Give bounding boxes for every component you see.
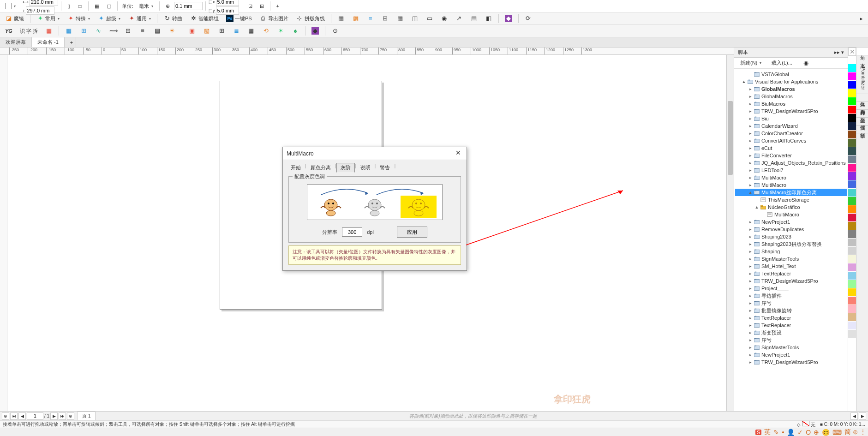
- dialog-tab-灰阶[interactable]: 灰阶: [336, 163, 355, 173]
- tree-node[interactable]: ▸SignMasterTools: [735, 344, 847, 351]
- t2d[interactable]: ⊞: [378, 13, 392, 24]
- color-swatch[interactable]: [848, 122, 856, 131]
- color-swatch[interactable]: [848, 131, 856, 139]
- nav-end-r[interactable]: ▶: [859, 412, 866, 420]
- tree-node[interactable]: ▸NewProject1: [735, 351, 847, 358]
- dialog-titlebar[interactable]: MultiMacro ✕: [283, 147, 467, 160]
- color-swatch[interactable]: [848, 313, 856, 322]
- tree-node[interactable]: ▸Shaping: [735, 248, 847, 255]
- ime-i3[interactable]: 👤: [787, 429, 795, 436]
- landscape-button[interactable]: ▭: [74, 1, 85, 11]
- ime-i1[interactable]: ✎: [773, 429, 779, 436]
- color-swatch[interactable]: [848, 64, 856, 72]
- overflow-button[interactable]: ▸: [857, 13, 866, 24]
- color-swatch[interactable]: [848, 81, 856, 89]
- t3l[interactable]: ⊞: [215, 26, 228, 36]
- t3o[interactable]: ⟲: [259, 26, 273, 36]
- color-swatch[interactable]: [848, 239, 856, 247]
- tree-node[interactable]: ▸GlobalMacros: [735, 85, 847, 93]
- nav-prev[interactable]: ◀: [18, 412, 26, 420]
- tree-node[interactable]: ▲Visual Basic for Applications: [735, 78, 847, 85]
- special-button[interactable]: ✦特殊▾: [64, 13, 93, 24]
- color-swatch[interactable]: [848, 222, 856, 230]
- color-swatch[interactable]: [848, 164, 856, 172]
- tree-node[interactable]: ▸MultiMacro: [735, 181, 847, 189]
- script-new-button[interactable]: 新建(N)▾: [737, 58, 765, 68]
- color-swatch[interactable]: [848, 72, 856, 81]
- nav-next-all[interactable]: ⏭: [59, 412, 66, 420]
- t3p[interactable]: ✶: [274, 26, 287, 36]
- one-key-ps-button[interactable]: Ps一键PS: [223, 13, 255, 24]
- nav-next[interactable]: ▶: [50, 412, 58, 420]
- resolution-input[interactable]: [342, 227, 362, 237]
- tree-node[interactable]: ▸MultiMacro: [735, 174, 847, 181]
- tree-node[interactable]: ▸TRW_DesignWizard5Pro: [735, 108, 847, 115]
- ime-i4[interactable]: ✓: [797, 429, 803, 436]
- ime-extra[interactable]: 简 ⊕ ⋮: [844, 428, 866, 436]
- t3g[interactable]: ≡: [136, 26, 150, 36]
- convert-curves-button[interactable]: ↻转曲: [160, 13, 186, 24]
- t3s[interactable]: ⊙: [328, 26, 342, 36]
- tree-node[interactable]: ▸SignMasterTools: [735, 255, 847, 263]
- yg-button[interactable]: YG: [2, 26, 16, 36]
- tree-node[interactable]: ▸序号: [735, 299, 847, 307]
- t3h[interactable]: ▤: [150, 26, 164, 36]
- ime-i5[interactable]: Ο: [806, 429, 811, 436]
- color-swatch[interactable]: [848, 247, 856, 255]
- t2h[interactable]: ◉: [437, 13, 451, 24]
- ime-i2[interactable]: •: [782, 429, 784, 436]
- tree-node[interactable]: ▲MultiMacro丝印颜色分离: [735, 189, 847, 196]
- general-button[interactable]: ✦通用▾: [125, 13, 154, 24]
- color-swatch[interactable]: [848, 330, 856, 338]
- tree-node[interactable]: ▸RemoveDuplicates: [735, 226, 847, 233]
- t3a[interactable]: ▦: [42, 26, 56, 36]
- smart-group-button[interactable]: ✲智能群组: [186, 13, 222, 24]
- nudge-input[interactable]: [174, 2, 203, 10]
- tree-node[interactable]: ▸渐变预设: [735, 329, 847, 336]
- nav-end-l[interactable]: ◀: [850, 412, 858, 420]
- t2j[interactable]: ▤: [467, 13, 481, 24]
- tree-node[interactable]: ▸CalendarWizard: [735, 122, 847, 130]
- t3i[interactable]: ☀: [165, 26, 179, 36]
- ime-i6[interactable]: ⊕: [814, 429, 819, 436]
- nav-first[interactable]: ⊕: [2, 412, 9, 420]
- tile-angle-button[interactable]: ⊹拼版角线: [293, 13, 328, 24]
- add-button[interactable]: +: [273, 1, 282, 11]
- ruler-vertical[interactable]: [0, 55, 7, 423]
- t2c[interactable]: ≡: [364, 13, 377, 24]
- docker-tab-6[interactable]: 属性: [856, 118, 868, 125]
- tree-node[interactable]: ▲NúcleoGráfico: [735, 203, 847, 211]
- docker-tab-3[interactable]: 媒体: [856, 94, 868, 102]
- t3m[interactable]: ≣: [229, 26, 243, 36]
- color-swatch[interactable]: [848, 322, 856, 330]
- tree-node[interactable]: ▸GlobalMacros: [735, 93, 847, 100]
- options-button[interactable]: ⊞: [257, 1, 267, 11]
- ime-lang[interactable]: 英: [764, 428, 771, 436]
- color-swatch[interactable]: [848, 89, 856, 97]
- color-palette[interactable]: ✕: [848, 48, 856, 433]
- color-swatch[interactable]: [848, 56, 856, 64]
- color-swatch[interactable]: [848, 189, 856, 197]
- color-swatch[interactable]: [848, 114, 856, 122]
- color-swatch[interactable]: [848, 263, 856, 272]
- t3b[interactable]: ▦: [62, 26, 76, 36]
- t3j[interactable]: ▣: [185, 26, 199, 36]
- apply-button[interactable]: 应用: [397, 227, 427, 238]
- docker-tab-4[interactable]: 对齐与分布: [856, 102, 868, 110]
- color-swatch[interactable]: [848, 255, 856, 263]
- tree-node[interactable]: ▸TRW_DesignWizard5Pro: [735, 277, 847, 285]
- script-record-button[interactable]: ◉: [799, 58, 813, 68]
- color-swatch[interactable]: [848, 155, 856, 164]
- vertical-scrollbar[interactable]: [726, 55, 734, 423]
- color-swatch[interactable]: [848, 197, 856, 205]
- t2i[interactable]: ↗: [452, 13, 466, 24]
- t3n[interactable]: ▦: [244, 26, 258, 36]
- tree-node[interactable]: ▸TextReplacer: [735, 314, 847, 322]
- tree-node[interactable]: ▸TRW_DesignWizard5Pro: [735, 358, 847, 366]
- t2g[interactable]: ▭: [423, 13, 437, 24]
- dialog-tab-说明[interactable]: 说明: [356, 163, 375, 173]
- dialog-tab-开始[interactable]: 开始: [287, 163, 305, 173]
- portrait-button[interactable]: ▯: [64, 1, 73, 11]
- ime-i8[interactable]: ⌨: [832, 429, 842, 436]
- tree-node[interactable]: ▸ColorChartCreator: [735, 130, 847, 137]
